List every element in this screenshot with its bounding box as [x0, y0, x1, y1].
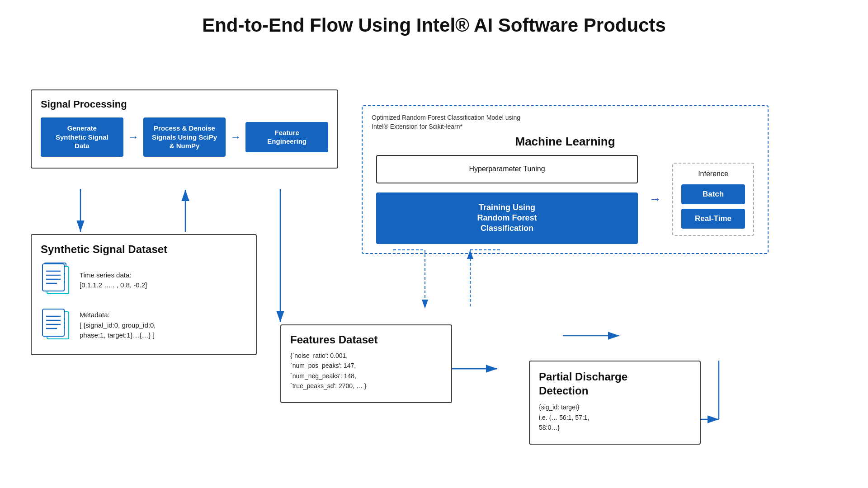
training-label: Training Using Random Forest Classificat… — [477, 203, 537, 233]
metadata-text: Metadata: [ {signal_id:0, group_id:0, ph… — [80, 310, 156, 341]
ml-section-label: Machine Learning — [372, 135, 759, 149]
ml-outer-section: Optimized Random Forest Classification M… — [362, 105, 769, 254]
inference-label: Inference — [698, 170, 728, 178]
signal-processing-label: Signal Processing — [41, 99, 328, 110]
arrow-1: → — [128, 131, 139, 143]
partial-discharge-section: Partial Discharge Detection {sig_id: tar… — [529, 361, 701, 445]
document-icon-1 — [41, 262, 72, 298]
process-denoise-box: Process & Denoise Signals Using SciPy & … — [143, 117, 226, 157]
signal-processing-section: Signal Processing Generate Synthetic Sig… — [31, 89, 338, 169]
timeseries-text: Time series data: [0.1,1.2 ….. , 0.8, -0… — [80, 270, 147, 291]
features-dataset-section: Features Dataset {`noise_ratio': 0.001, … — [280, 324, 452, 403]
arrow-2: → — [230, 131, 241, 143]
features-dataset-text: {`noise_ratio': 0.001, `num_pos_peaks': … — [290, 351, 442, 391]
partial-discharge-title: Partial Discharge Detection — [539, 370, 691, 398]
hyperparameter-label: Hyperparameter Tuning — [469, 165, 545, 173]
dataset-row-timeseries: Time series data: [0.1,1.2 ….. , 0.8, -0… — [41, 262, 247, 298]
realtime-label: Real-Time — [681, 209, 745, 229]
synthetic-dataset-section: Synthetic Signal Dataset — [31, 234, 257, 355]
features-dataset-title: Features Dataset — [290, 333, 442, 346]
synthetic-dataset-title: Synthetic Signal Dataset — [41, 243, 247, 256]
batch-label: Batch — [681, 184, 745, 204]
document-icon-2 — [41, 307, 72, 343]
arrow-to-inference: → — [649, 192, 661, 206]
page-title: End-to-End Flow Using Intel® AI Software… — [0, 0, 868, 36]
ml-outer-label: Optimized Random Forest Classification M… — [372, 113, 759, 131]
partial-discharge-text: {sig_id: target} i.e. {… 56:1, 57:1, 58:… — [539, 402, 691, 432]
dataset-row-metadata: Metadata: [ {signal_id:0, group_id:0, ph… — [41, 307, 247, 343]
generate-synthetic-box: Generate Synthetic Signal Data — [41, 117, 123, 157]
feature-engineering-box: Feature Engineering — [245, 122, 328, 152]
svg-rect-34 — [42, 309, 64, 336]
svg-rect-24 — [42, 264, 64, 291]
